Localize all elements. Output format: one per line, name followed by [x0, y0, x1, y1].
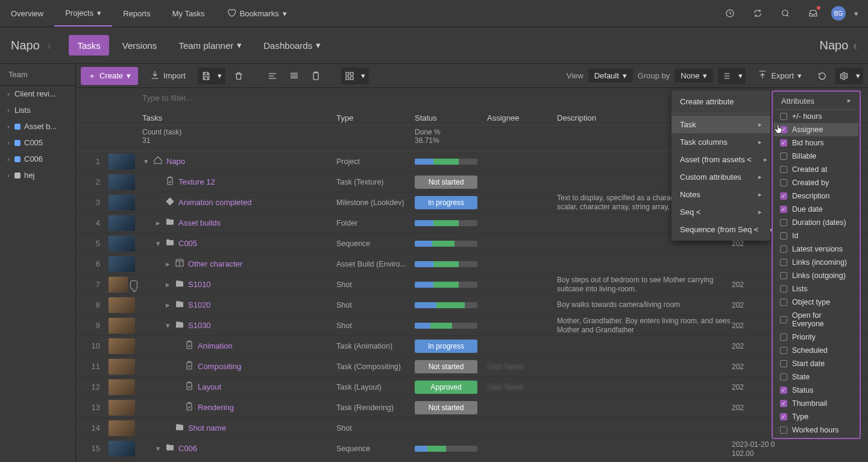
task-link[interactable]: C006	[178, 444, 197, 453]
attr-item[interactable]: +/- hours	[774, 110, 858, 123]
attr-item[interactable]: Created at	[774, 163, 858, 176]
nav-overview[interactable]: Overview	[0, 0, 54, 27]
checkbox[interactable]	[780, 272, 787, 279]
ctx-create-attribute[interactable]: Create attribute	[671, 93, 770, 110]
attr-item[interactable]: Lists	[774, 282, 858, 296]
sync-icon[interactable]	[748, 4, 767, 23]
checkbox[interactable]	[780, 232, 787, 239]
task-link[interactable]: S1010	[188, 280, 211, 289]
checkbox[interactable]	[780, 299, 787, 306]
nav-my-tasks[interactable]: My Tasks	[162, 0, 216, 27]
task-link[interactable]: Rendering	[198, 403, 234, 412]
nav-reports[interactable]: Reports	[112, 0, 162, 27]
table-row[interactable]: 8 ▸S1020 Shot Boy walks towards camera/l…	[76, 295, 868, 315]
attr-item[interactable]: Assignee	[774, 123, 858, 136]
task-link[interactable]: Animation completed	[178, 198, 251, 207]
chevron-down-icon[interactable]: ▾	[142, 157, 149, 166]
save-dropdown[interactable]: ▾	[215, 68, 225, 84]
table-row[interactable]: 13 Rendering Task (Rendering) Not starte…	[76, 397, 868, 418]
breadcrumb[interactable]: Napo ›	[11, 39, 51, 52]
project-right-crumb[interactable]: Napo ‹	[820, 39, 857, 52]
attr-item[interactable]: Links (incoming)	[774, 256, 858, 269]
chevron-down-icon[interactable]: ▾	[154, 444, 162, 453]
table-row[interactable]: 7 ▸S1010 Shot Boy steps out of bedroom t…	[76, 274, 868, 295]
chevron-down-icon[interactable]: ▾	[164, 321, 171, 330]
checkbox[interactable]	[780, 113, 787, 120]
clock-icon[interactable]	[720, 4, 740, 23]
attr-item[interactable]: Links (outgoing)	[774, 269, 858, 282]
settings-button[interactable]	[835, 68, 852, 84]
sidebar-item[interactable]: ›C006	[0, 151, 75, 167]
task-link[interactable]: Layout	[198, 382, 221, 391]
chevron-right-icon[interactable]: ▸	[154, 218, 162, 227]
nav-bookmarks[interactable]: Bookmarks▾	[216, 0, 298, 27]
table-row[interactable]: 11 Compositing Task (Compositing) Not st…	[76, 356, 868, 377]
checkbox[interactable]	[780, 219, 787, 226]
nav-projects[interactable]: Projects▾	[54, 0, 112, 27]
list-dense-icon[interactable]	[286, 68, 303, 84]
attr-item[interactable]: Due date	[774, 203, 858, 216]
attr-item[interactable]: State	[774, 370, 858, 384]
task-link[interactable]: Compositing	[198, 362, 241, 371]
create-button[interactable]: ＋Create▾	[81, 67, 138, 85]
attr-item[interactable]: Latest versions	[774, 242, 858, 256]
col-type[interactable]: Type	[336, 113, 415, 122]
settings-dropdown[interactable]: ▾	[852, 68, 863, 84]
export-button[interactable]: Export▾	[750, 66, 809, 85]
import-button[interactable]: Import	[143, 66, 193, 85]
attr-item[interactable]: Worked hours	[774, 423, 858, 437]
col-assignee[interactable]: Assignee	[487, 113, 557, 122]
ctx-item[interactable]: Task columns▸	[671, 133, 770, 151]
checkbox[interactable]	[780, 139, 787, 147]
ctx-item[interactable]: Custom attributes▸	[671, 168, 770, 186]
table-row[interactable]: 15 ▾C006 Sequence 2023-01-20 0 102.00	[76, 438, 868, 459]
table-row[interactable]: 12 Layout Task (Layout) Approved User Na…	[76, 377, 868, 397]
attr-item[interactable]: Thumbnail	[774, 397, 858, 410]
attr-item[interactable]: Object type	[774, 296, 858, 309]
checkbox[interactable]	[780, 166, 787, 173]
table-row[interactable]: 10 Animation Task (Animation) In progres…	[76, 336, 868, 356]
task-link[interactable]: Texture 12	[178, 177, 215, 186]
checkbox[interactable]	[780, 316, 787, 323]
list-mode-icon[interactable]	[718, 68, 735, 84]
chevron-right-icon[interactable]: ▸	[164, 280, 171, 289]
task-link[interactable]: C005	[178, 239, 197, 248]
attr-item[interactable]: Duration (dates)	[774, 216, 858, 229]
attr-item[interactable]: Scheduled	[774, 344, 858, 357]
table-row[interactable]: 14 Shot name Shot	[76, 418, 868, 438]
task-link[interactable]: S1030	[188, 321, 211, 330]
attr-item[interactable]: Id	[774, 229, 858, 242]
checkbox[interactable]	[780, 245, 787, 253]
attr-item[interactable]: Bid hours	[774, 136, 858, 150]
attr-item[interactable]: Open for Everyone	[774, 309, 858, 331]
ctx-item[interactable]: Notes▸	[671, 186, 770, 203]
table-row[interactable]: 9 ▾S1030 Shot Mother, Grandfather. Boy e…	[76, 315, 868, 336]
checkbox[interactable]	[780, 387, 787, 394]
checkbox[interactable]	[780, 360, 787, 367]
checkbox[interactable]	[780, 192, 787, 200]
checkbox[interactable]	[780, 153, 787, 160]
comment-icon[interactable]	[130, 280, 137, 289]
ctx-item[interactable]: Asset (from assets <▸	[671, 151, 770, 168]
task-link[interactable]: Animation	[198, 341, 233, 350]
attr-item[interactable]: Billable	[774, 150, 858, 163]
refresh-button[interactable]	[814, 68, 831, 84]
checkbox[interactable]	[780, 206, 787, 213]
chevron-down-icon[interactable]: ▾	[854, 9, 858, 18]
sidebar-item[interactable]: ›C005	[0, 134, 75, 151]
sidebar-item[interactable]: ›Asset b...	[0, 118, 75, 134]
checkbox[interactable]	[780, 426, 787, 434]
checkbox[interactable]	[780, 259, 787, 266]
list-mode-dropdown[interactable]: ▾	[735, 68, 746, 84]
ctx-item[interactable]: Sequence (from Seq <▸	[671, 221, 770, 238]
col-tasks[interactable]: Tasks	[137, 113, 336, 122]
task-link[interactable]: S1020	[188, 300, 211, 309]
task-link[interactable]: Napo	[166, 157, 185, 166]
save-button[interactable]	[198, 68, 215, 84]
checkbox[interactable]	[780, 373, 787, 381]
task-link[interactable]: Other character	[188, 259, 242, 268]
attr-item[interactable]: Type	[774, 410, 858, 423]
view-select[interactable]: Default▾	[588, 69, 633, 83]
sidebar-item[interactable]: ›hej	[0, 167, 75, 183]
checkbox[interactable]	[780, 413, 787, 420]
